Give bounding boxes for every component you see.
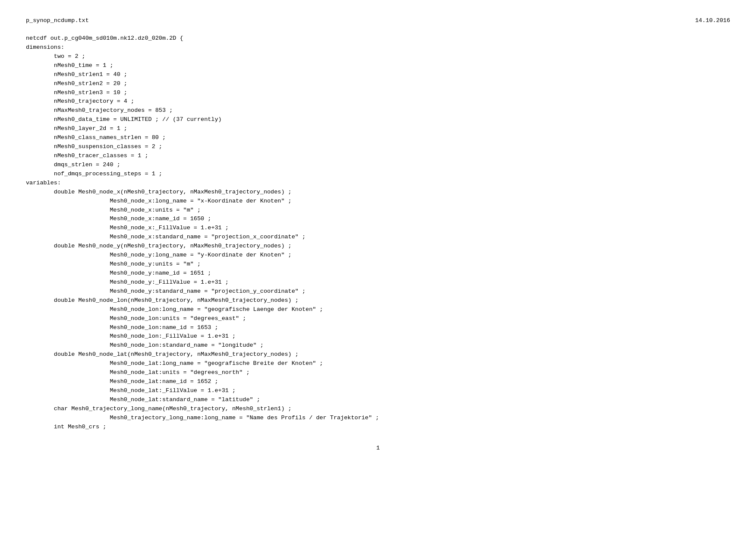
page-number: 1 [376,445,380,451]
file-title: p_synop_ncdump.txt [26,17,89,24]
code-block: netcdf out.p_cg040m_sd010m.nk12.dz0_020m… [26,34,730,432]
date-label: 14.10.2016 [695,17,730,24]
